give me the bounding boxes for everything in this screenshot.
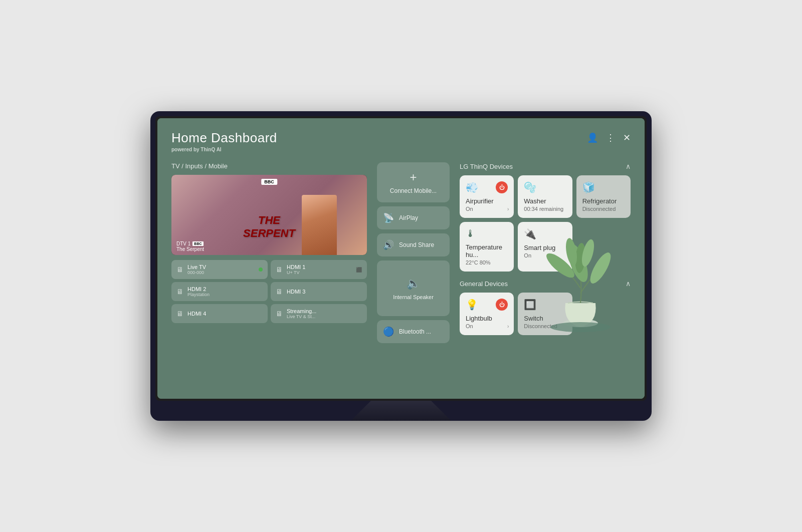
lightbulb-name: Lightbulb	[466, 315, 508, 322]
active-indicator	[259, 268, 263, 272]
hdmi2-info: HDMI 2 Playstation	[187, 286, 210, 297]
bluetooth-icon: 🔵	[383, 326, 394, 337]
hdmi4-info: HDMI 4	[187, 311, 206, 317]
header-title-group: Home Dashboard powered by ThinQ AI	[171, 130, 277, 152]
internal-speaker-tile[interactable]: 🔈 Internal Speaker	[377, 260, 450, 316]
refrigerator-tile[interactable]: 🧊 Refrigerator Disconnected	[576, 175, 631, 218]
airplay-icon: 📡	[383, 212, 394, 223]
general-collapse-btn[interactable]: ∧	[626, 280, 631, 288]
temperature-tile[interactable]: 🌡 Temperature hu... 22°C 80%	[460, 222, 514, 272]
lightbulb-power-btn[interactable]: ⏻	[496, 299, 508, 311]
tv-frame: Home Dashboard powered by ThinQ AI 👤 ⋮ ✕	[150, 111, 652, 421]
show-title: THESERPENT	[243, 214, 295, 240]
lightbulb-chevron: ›	[507, 324, 509, 329]
refrigerator-icon: 🧊	[582, 181, 595, 193]
airpurifier-tile[interactable]: 💨 ⏻ Airpurifier On ›	[460, 175, 514, 218]
connect-mobile-label: Connect Mobile...	[390, 187, 437, 194]
lightbulb-status: On	[466, 323, 508, 329]
close-icon[interactable]: ✕	[623, 132, 631, 143]
speaker-label: Internal Speaker	[393, 294, 434, 300]
streaming-name: Streaming...	[287, 308, 316, 314]
speaker-icon: 🔈	[407, 277, 420, 290]
smartplug-icon: 🔌	[524, 228, 536, 240]
tv-bezel: Home Dashboard powered by ThinQ AI 👤 ⋮ ✕	[155, 116, 647, 401]
hdmi3-name: HDMI 3	[287, 289, 305, 295]
input-hdmi2[interactable]: 🖥 HDMI 2 Playstation	[171, 282, 268, 301]
airpurifier-header: 💨 ⏻	[466, 181, 508, 193]
streaming-info: Streaming... Live TV & St...	[287, 308, 316, 319]
general-devices-grid: 💡 ⏻ Lightbulb On › 🔲	[460, 293, 631, 335]
input-hdmi3[interactable]: 🖥 HDMI 3	[271, 282, 367, 301]
hdmi2-sub: Playstation	[187, 292, 210, 297]
lightbulb-icon: 💡	[466, 299, 478, 311]
washer-status: 00:34 remaining	[524, 206, 566, 212]
tv-stand-base	[155, 401, 647, 421]
washer-tile[interactable]: 🫧 Washer 00:34 remaining	[518, 175, 572, 218]
subtitle-prefix: powered by	[171, 147, 200, 152]
refrigerator-header: 🧊	[582, 181, 625, 193]
input-streaming[interactable]: 🖥 Streaming... Live TV & St...	[271, 304, 367, 323]
hdmi4-name: HDMI 4	[187, 311, 206, 317]
bluetooth-label: Bluetooth ...	[399, 328, 431, 335]
airplay-label: AirPlay	[399, 214, 418, 221]
smartplug-name: Smart plug	[524, 244, 566, 251]
lightbulb-tile[interactable]: 💡 ⏻ Lightbulb On ›	[460, 293, 514, 335]
user-icon[interactable]: 👤	[587, 132, 598, 143]
input-hdmi4[interactable]: 🖥 HDMI 4	[171, 304, 268, 323]
general-section-label: General Devices	[460, 280, 508, 288]
hdmi4-icon: 🖥	[176, 310, 183, 318]
airpurifier-status: On	[466, 206, 508, 212]
thinq-collapse-btn[interactable]: ∧	[626, 162, 631, 170]
hdmi1-info: HDMI 1 U+ TV	[287, 264, 305, 275]
sound-share-tile[interactable]: 🔊 Sound Share	[377, 233, 450, 256]
bluetooth-tile[interactable]: 🔵 Bluetooth ...	[377, 320, 450, 343]
streaming-icon: 🖥	[276, 310, 283, 318]
header: Home Dashboard powered by ThinQ AI 👤 ⋮ ✕	[171, 130, 631, 152]
connect-mobile-tile[interactable]: + Connect Mobile...	[377, 162, 450, 202]
tv-preview-inner: BBC THESERPENT DTV 1 BBC The Serpent	[171, 175, 367, 255]
switch-tile[interactable]: 🔲 Switch Disconnected	[518, 293, 572, 335]
bbc-small-badge: BBC	[192, 241, 203, 246]
hdmi1-sub: U+ TV	[287, 270, 305, 275]
hdmi1-badge-icon: ⬛	[356, 267, 362, 273]
subtitle-brand: ThinQ AI	[200, 147, 221, 152]
more-icon[interactable]: ⋮	[606, 132, 615, 143]
input-hdmi1[interactable]: 🖥 HDMI 1 U+ TV ⬛	[271, 260, 367, 279]
tv-screen: Home Dashboard powered by ThinQ AI 👤 ⋮ ✕	[157, 118, 645, 399]
refrigerator-status: Disconnected	[582, 206, 625, 212]
live-tv-info: Live TV 000-000	[187, 264, 206, 275]
airpurifier-icon: 💨	[466, 181, 478, 193]
live-tv-name: Live TV	[187, 264, 206, 270]
input-live-tv[interactable]: 🖥 Live TV 000-000	[171, 260, 268, 279]
refrigerator-name: Refrigerator	[582, 197, 625, 205]
hdmi2-name: HDMI 2	[187, 286, 210, 292]
channel-label: DTV 1	[176, 241, 190, 246]
switch-status: Disconnected	[524, 323, 566, 329]
live-tv-sub: 000-000	[187, 270, 206, 275]
airpurifier-chevron: ›	[507, 206, 509, 212]
smartplug-tile[interactable]: 🔌 Smart plug On	[518, 222, 572, 272]
temperature-status: 22°C 80%	[466, 259, 508, 265]
washer-header: 🫧	[524, 181, 566, 193]
smartplug-status: On	[524, 252, 566, 258]
lightbulb-header: 💡 ⏻	[466, 299, 508, 311]
sound-share-icon: 🔊	[383, 239, 394, 250]
airpurifier-power-btn[interactable]: ⏻	[496, 181, 508, 193]
switch-header: 🔲	[524, 299, 566, 311]
airplay-tile[interactable]: 📡 AirPlay	[377, 206, 450, 229]
general-section-header: General Devices ∧	[460, 280, 631, 288]
page-title: Home Dashboard	[171, 130, 277, 146]
main-content: TV / Inputs / Mobile BBC THESERPENT DTV …	[171, 162, 631, 343]
washer-icon: 🫧	[524, 181, 536, 193]
middle-panel: + Connect Mobile... 📡 AirPlay 🔊 Sound Sh…	[377, 162, 450, 343]
thinq-section-label: LG ThinQ Devices	[460, 163, 513, 170]
hdmi2-icon: 🖥	[176, 288, 183, 296]
streaming-sub: Live TV & St...	[287, 314, 316, 319]
thinq-section-header: LG ThinQ Devices ∧	[460, 162, 631, 170]
thinq-devices-grid: 💨 ⏻ Airpurifier On › 🫧	[460, 175, 631, 272]
tv-preview[interactable]: BBC THESERPENT DTV 1 BBC The Serpent	[171, 175, 367, 255]
tv-stand	[351, 401, 451, 421]
header-subtitle: powered by ThinQ AI	[171, 147, 277, 152]
temperature-header: 🌡	[466, 228, 508, 239]
airpurifier-name: Airpurifier	[466, 197, 508, 205]
